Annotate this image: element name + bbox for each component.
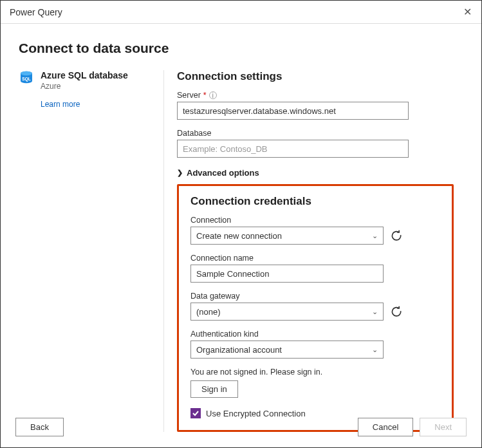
connection-credentials-section: Connection credentials Connection Create… bbox=[177, 184, 454, 432]
chevron-down-icon: ⌄ bbox=[372, 346, 378, 354]
source-provider: Azure bbox=[41, 82, 128, 91]
cancel-button[interactable]: Cancel bbox=[358, 418, 413, 436]
auth-kind-label: Authentication kind bbox=[190, 330, 440, 339]
database-label: Database bbox=[177, 129, 463, 138]
titlebar: Power Query ✕ bbox=[1, 1, 481, 24]
footer: Back Cancel Next bbox=[0, 410, 482, 448]
database-input[interactable] bbox=[177, 140, 409, 158]
svg-text:SQL: SQL bbox=[22, 77, 30, 82]
connection-name-input[interactable] bbox=[190, 265, 384, 283]
chevron-down-icon: ⌄ bbox=[372, 232, 378, 240]
auth-kind-select[interactable]: Organizational account ⌄ bbox=[190, 341, 384, 359]
sql-database-icon: SQL bbox=[19, 70, 34, 86]
window-title: Power Query bbox=[10, 7, 62, 17]
connection-credentials-heading: Connection credentials bbox=[190, 195, 440, 208]
source-panel: SQL Azure SQL database Azure Learn more bbox=[19, 70, 163, 432]
svg-point-1 bbox=[21, 71, 32, 75]
connection-label: Connection bbox=[190, 216, 440, 225]
gateway-select[interactable]: (none) ⌄ bbox=[190, 303, 384, 321]
advanced-options-toggle[interactable]: ❯ Advanced options bbox=[177, 168, 463, 178]
signin-message: You are not signed in. Please sign in. bbox=[190, 368, 440, 377]
source-name: Azure SQL database bbox=[41, 70, 128, 80]
server-input[interactable] bbox=[177, 102, 409, 120]
next-button: Next bbox=[420, 418, 467, 436]
refresh-icon[interactable] bbox=[390, 305, 403, 318]
chevron-right-icon: ❯ bbox=[177, 169, 183, 177]
connection-select[interactable]: Create new connection ⌄ bbox=[190, 227, 384, 245]
gateway-label: Data gateway bbox=[190, 292, 440, 301]
connection-settings-heading: Connection settings bbox=[177, 70, 463, 83]
close-icon[interactable]: ✕ bbox=[459, 6, 475, 18]
server-label: Server * i bbox=[177, 91, 463, 100]
refresh-icon[interactable] bbox=[390, 229, 403, 242]
required-asterisk: * bbox=[203, 91, 207, 100]
page-title: Connect to data source bbox=[19, 41, 463, 56]
signin-button[interactable]: Sign in bbox=[190, 380, 238, 398]
info-icon[interactable]: i bbox=[209, 91, 217, 99]
chevron-down-icon: ⌄ bbox=[372, 308, 378, 316]
learn-more-link[interactable]: Learn more bbox=[41, 100, 157, 109]
connection-name-label: Connection name bbox=[190, 254, 440, 263]
back-button[interactable]: Back bbox=[15, 418, 64, 436]
